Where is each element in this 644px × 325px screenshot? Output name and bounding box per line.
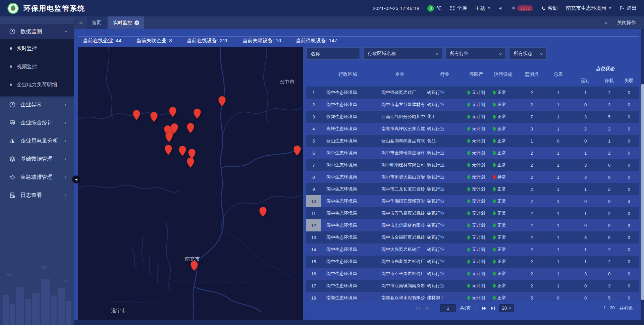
table-row[interactable]: 10阆中生态环境局阆中千佛镇五郎垭页岩砖瓦行业无计划正常21003 (306, 195, 639, 207)
sidebar-group-base-data[interactable]: 基础数据管理‹ (0, 150, 74, 168)
table-row[interactable]: 3仪陇生态环境局西南油气田分公司川中化工无计划正常71350 (306, 111, 639, 123)
sidebar-group-emergency-reduction[interactable]: 应急减排管理‹ (0, 168, 74, 186)
cell-row-number: 5 (306, 135, 321, 147)
table-row[interactable]: 5营山生态环境局营山县润丰肉食品有限食品无计划正常10010 (306, 135, 639, 147)
table-row[interactable]: 17阆中生态环境局阆中市江南镇阆南页岩砖瓦行业无计划正常21030 (306, 280, 639, 292)
stat-item: 当前停机设备: 147 (296, 38, 337, 44)
map-marker[interactable] (164, 145, 172, 155)
city-skyline-watermark (0, 261, 74, 325)
status-filter-select[interactable]: 所有状态 ∨ (509, 47, 547, 60)
cell-meter: 1 (545, 243, 571, 256)
map-marker[interactable] (293, 145, 301, 156)
sidebar-group-log-view[interactable]: 日志查看‹ (0, 186, 74, 204)
table-row[interactable]: 12阆中生态环境局阆中市忠信建材有限公砖瓦行业无计划正常21003 (306, 219, 639, 231)
tab-realtime-monitor[interactable]: 实时监控 × (108, 16, 144, 29)
table-row[interactable]: 7阆中生态环境局阆中明阳建材有限公司砖瓦行业无计划正常21300 (306, 159, 639, 171)
cell-facility-status: 正常 (488, 99, 518, 111)
map-marker[interactable] (259, 207, 267, 217)
map-city-label: 巴中市 (279, 79, 294, 85)
table-row[interactable]: 11阆中生态环境局阆中市五马桥页岩机砖砖瓦行业无计划正常21120 (306, 207, 639, 219)
table-row[interactable]: 8阆中生态环境局阆中市枣碧大梁山页岩砖瓦行业无计划异常21300 (306, 171, 639, 183)
tabs-scroll-left-icon[interactable]: « (77, 19, 84, 26)
map-marker[interactable] (193, 108, 201, 119)
speaker-icon[interactable] (498, 6, 503, 11)
cell-company: 阆中千佛镇五郎垭页岩 (375, 195, 425, 207)
map-marker[interactable] (186, 157, 195, 168)
map-collapse-toggle[interactable]: ◀ (72, 175, 80, 183)
table-row[interactable]: 15阆中生态环境局阆中市光富页岩机砖厂砖瓦行业无计划正常21120 (306, 256, 639, 268)
cell-region: 高坪生态环境局 (321, 123, 375, 135)
map-marker[interactable] (169, 107, 177, 117)
close-operations-button[interactable]: 关闭操作 (617, 20, 636, 26)
map-marker[interactable] (186, 123, 195, 133)
chevron-down-icon (609, 7, 611, 9)
cell-halt: 1 (600, 135, 619, 147)
cell-row-number: 11 (306, 207, 321, 219)
sidebar-group-data-monitor[interactable]: 数据监测‹ (0, 24, 74, 39)
page-number-input[interactable] (440, 304, 456, 312)
next-page-button[interactable] (482, 306, 487, 310)
industry-filter-select[interactable]: 所有行业 ∨ (445, 47, 506, 60)
map-marker[interactable] (218, 96, 226, 107)
sidebar-item-realtime-monitor[interactable]: 实时监控 (0, 39, 74, 57)
cell-industry: 食品 (425, 135, 465, 147)
last-page-button[interactable] (491, 306, 495, 310)
sidebar-item-power-load-detail[interactable]: 企业电力负荷明细 (0, 75, 74, 94)
sidebar-item-video-monitor[interactable]: 视频监控 (0, 57, 74, 75)
scrollbar-thumb[interactable] (641, 84, 644, 300)
map-boundaries (78, 47, 303, 320)
cell-industry: 砖瓦行业 (425, 243, 465, 256)
status-dot-green (493, 223, 496, 227)
cell-halt: 0 (600, 195, 619, 207)
cell-run: 1 (571, 87, 600, 99)
table-row[interactable]: 2阆中生态环境局阆中市南方节能建材有砖瓦行业无计划正常21030 (306, 99, 639, 111)
cell-row-number: 7 (306, 159, 321, 171)
map-marker[interactable] (190, 261, 198, 271)
prev-page-button[interactable] (425, 306, 429, 310)
cell-row-number: 16 (306, 268, 321, 280)
status-dot-green (493, 284, 496, 288)
table-row[interactable]: 6阆中生态环境局阆中市金博瑞新型墙材砖瓦行业无计划正常21120 (306, 147, 639, 159)
sidebar-group-label: 日志查看 (20, 192, 42, 199)
table-row[interactable]: 4高坪生态环境局南充市高坪区王家店建砖瓦行业无计划正常31220 (306, 123, 639, 135)
cell-stop-status: 无计划 (465, 171, 488, 183)
app-title: 环保用电监管系统 (23, 4, 85, 13)
map-marker[interactable] (150, 112, 158, 122)
first-page-button[interactable] (416, 306, 421, 310)
cell-halt: 3 (600, 280, 619, 292)
cell-stop-status: 无计划 (465, 268, 488, 280)
org-dropdown[interactable]: 南充市生态环境局 (566, 5, 611, 11)
sidebar-group-company-abnormal[interactable]: 企业异常‹ (0, 96, 74, 114)
table-row[interactable]: 1阆中生态环境局阆中强锐页岩砖厂砖瓦行业无计划正常21120 (306, 87, 639, 99)
map-marker[interactable] (132, 110, 141, 120)
theme-dropdown[interactable]: 主题 (475, 5, 490, 11)
cell-facility-status: 正常 (488, 231, 518, 243)
map-canvas[interactable]: 巴中市南充市遂宁市 (78, 47, 303, 320)
sidebar-group-company-statistics[interactable]: 企业综合统计‹ (0, 114, 74, 132)
cell-monitor: 2 (518, 219, 545, 231)
map-marker[interactable] (170, 123, 178, 134)
cell-halt: 2 (600, 256, 619, 268)
page-size-select[interactable]: 20 ∨ (499, 304, 514, 312)
table-row[interactable]: 9阆中生态环境局阆中市二龙长宝页岩砖砖瓦行业无计划正常21120 (306, 183, 639, 195)
fullscreen-button[interactable]: 全屏 (450, 5, 467, 11)
map-marker[interactable] (178, 146, 186, 156)
cell-run: 3 (571, 111, 600, 123)
help-button[interactable]: 帮助 (541, 5, 558, 11)
table-row[interactable]: 16阆中生态环境局阆中市石子页岩机砖厂砖瓦行业无计划正常21300 (306, 268, 639, 280)
notification-indicator[interactable]: 2632 (511, 5, 533, 11)
table-row[interactable]: 14阆中生态环境局阆中大兴页岩机砖厂砖瓦行业无计划正常21120 (306, 243, 639, 256)
close-tab-icon[interactable]: × (135, 20, 139, 25)
cell-row-number: 15 (306, 256, 321, 268)
name-filter-input[interactable] (306, 47, 360, 60)
cell-halt: 0 (600, 159, 619, 171)
tabs-scroll-right-icon[interactable]: » (603, 19, 610, 26)
cell-lost: 0 (619, 183, 639, 195)
table-row[interactable]: 13阆中生态环境局阆中市金福旺页岩机砖砖瓦行业无计划正常21300 (306, 231, 639, 243)
page-scrollbar[interactable] (641, 29, 644, 320)
sidebar-group-power-analysis[interactable]: 企业用电量分析‹ (0, 132, 74, 150)
logout-button[interactable]: 退出 (620, 5, 637, 11)
region-filter-select[interactable]: 行政区域名称 ∨ (363, 47, 442, 60)
cell-lost: 0 (619, 231, 639, 243)
tab-home[interactable]: 首页 (87, 16, 106, 29)
